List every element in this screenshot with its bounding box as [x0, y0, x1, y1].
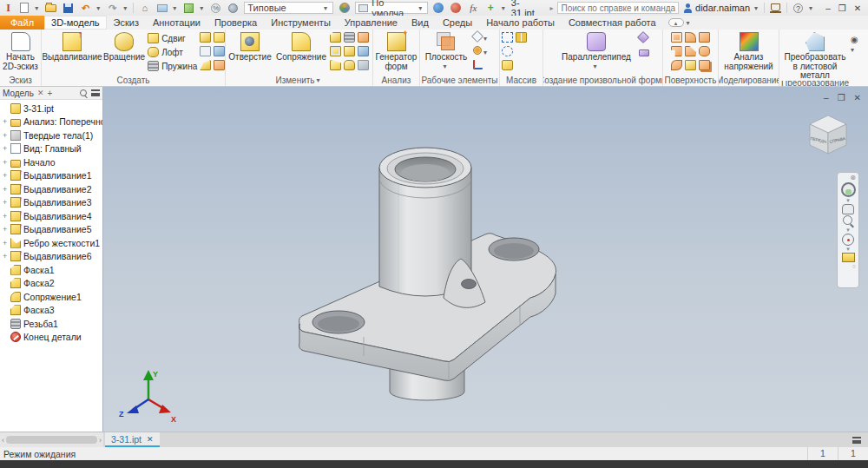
navbar-close-icon[interactable]: ⊗ — [850, 175, 856, 181]
scroll-right-icon[interactable]: › — [99, 436, 102, 445]
adjust-icon[interactable] — [432, 3, 445, 14]
expander-icon[interactable] — [3, 198, 10, 207]
shape-generator-button[interactable]: Генератор форм — [375, 31, 418, 71]
combine-icon[interactable] — [358, 32, 369, 43]
render-dropdown-icon[interactable] — [173, 4, 178, 12]
save-icon[interactable] — [62, 3, 75, 14]
tree-item-end-of-part[interactable]: Конец детали — [0, 331, 102, 345]
tree-item-extrusion5[interactable]: Выдавливание5 — [0, 223, 102, 237]
pan-icon[interactable] — [842, 204, 854, 214]
work-plane-button[interactable]: Плоскость — [422, 31, 470, 71]
browser-add-tab-icon[interactable]: + — [47, 89, 52, 98]
new-file-dropdown-icon[interactable] — [35, 4, 40, 12]
split-icon[interactable] — [344, 60, 355, 70]
expander-icon[interactable] — [3, 171, 10, 180]
thicken-icon[interactable] — [358, 46, 369, 56]
tree-item-rib1[interactable]: Ребро жесткости1 — [0, 236, 102, 250]
ribbon-display-options-icon[interactable]: ◉ — [851, 35, 861, 86]
tab-close-icon[interactable]: ✕ — [147, 435, 154, 444]
coil-button[interactable]: Пружина — [148, 59, 197, 73]
close-button[interactable]: ✕ — [854, 3, 861, 13]
tree-item-extrusion4[interactable]: Выдавливание4 — [0, 209, 102, 223]
minimize-button[interactable]: – — [825, 3, 831, 13]
material-dropdown[interactable]: Типовые — [244, 2, 333, 14]
rectangular-pattern-icon[interactable] — [502, 32, 513, 43]
3d-part-model[interactable] — [103, 87, 868, 432]
tree-item-fillet1[interactable]: Сопряжение1 — [0, 290, 102, 304]
material-browser-icon[interactable] — [227, 3, 240, 14]
trim-icon[interactable] — [671, 46, 682, 56]
tree-item-analysis[interactable]: Анализ: Поперечное сеч — [0, 115, 102, 129]
appearance-dropdown[interactable]: По умолча — [355, 2, 428, 14]
mirror-icon[interactable] — [516, 32, 527, 43]
patch-icon[interactable] — [685, 32, 696, 43]
new-file-icon[interactable] — [17, 3, 30, 14]
expander-icon[interactable] — [3, 144, 10, 153]
tab-file[interactable]: Файл — [0, 16, 44, 30]
tree-item-extrusion3[interactable]: Выдавливание3 — [0, 196, 102, 210]
convert-sheet-metal-button[interactable]: Преобразовать в листовой металл — [781, 31, 849, 81]
extend-icon[interactable] — [685, 46, 696, 56]
emboss-icon[interactable] — [200, 32, 211, 43]
surface-thicken-icon[interactable] — [685, 60, 696, 70]
tab-get-started[interactable]: Начало работы — [479, 16, 562, 30]
tree-item-chamfer1[interactable]: Фаска1 — [0, 263, 102, 277]
tree-item-origin[interactable]: Начало — [0, 155, 102, 169]
browser-horizontal-scrollbar[interactable]: ‹ › — [0, 432, 103, 447]
stress-analysis-button[interactable]: Анализ напряжений — [722, 31, 776, 71]
sketch-driven-pattern-icon[interactable] — [502, 60, 513, 70]
work-point-icon[interactable] — [473, 46, 482, 55]
ribbon-collapse-button[interactable]: ▴ — [668, 16, 693, 30]
move-face-icon[interactable] — [344, 46, 355, 56]
ucs-icon[interactable] — [473, 60, 483, 69]
chamfer-icon[interactable] — [330, 32, 341, 43]
tab-environments[interactable]: Среды — [436, 16, 479, 30]
scrollbar-thumb[interactable] — [6, 436, 97, 444]
orbit-icon[interactable] — [842, 234, 854, 246]
modify-panel-dropdown-icon[interactable] — [317, 76, 323, 86]
stitch-icon[interactable] — [671, 32, 682, 43]
freeform-convert-icon[interactable] — [639, 49, 649, 56]
appearance-sphere-icon[interactable] — [338, 3, 351, 14]
help-icon[interactable]: ? — [792, 3, 805, 14]
tab-tools[interactable]: Инструменты — [264, 16, 338, 30]
fillet-button[interactable]: Сопряжение — [275, 31, 327, 63]
replace-face-icon[interactable] — [699, 60, 710, 70]
tab-annotate[interactable]: Аннотации — [146, 16, 207, 30]
extrude-button[interactable]: Выдавливание — [43, 31, 101, 63]
user-dropdown-icon[interactable] — [754, 4, 760, 12]
decal-icon[interactable] — [200, 46, 211, 56]
rib-icon[interactable] — [214, 60, 225, 70]
navbar-options-icon[interactable]: ○ — [852, 263, 856, 269]
expander-icon[interactable] — [3, 212, 10, 221]
local-update-icon[interactable] — [182, 3, 195, 14]
home-view-icon[interactable]: ⌂ — [138, 3, 151, 14]
tree-item-extrusion6[interactable]: Выдавливание6 — [0, 250, 102, 264]
thread-icon[interactable] — [344, 32, 355, 43]
expander-icon[interactable] — [3, 131, 10, 140]
tab-view[interactable]: Вид — [404, 16, 436, 30]
browser-tab-model[interactable]: Модель — [3, 89, 34, 98]
browser-menu-icon[interactable] — [91, 89, 100, 96]
browser-search-icon[interactable] — [80, 89, 88, 97]
look-at-icon[interactable] — [842, 253, 855, 262]
measure-icon[interactable]: % — [209, 3, 222, 14]
tree-item-extrusion2[interactable]: Выдавливание2 — [0, 182, 102, 196]
point-dropdown-icon[interactable] — [483, 46, 490, 59]
expander-icon[interactable] — [3, 158, 10, 167]
redo-icon[interactable]: ↷ — [106, 3, 119, 14]
ribbon-collapse-dropdown-icon[interactable] — [687, 19, 693, 27]
clear-appearance-icon[interactable] — [450, 3, 463, 14]
viewport-3d[interactable]: – ❐ ✕ ПЕРЕДН. СПРАВА ⊗ ▾ ▾ ▾ ○ — [103, 87, 868, 432]
render-icon[interactable] — [155, 3, 168, 14]
sculpt-icon[interactable] — [699, 32, 710, 43]
search-input[interactable] — [557, 2, 679, 14]
circular-pattern-icon[interactable] — [502, 46, 513, 56]
work-axis-icon[interactable] — [471, 30, 483, 43]
undo-icon[interactable]: ↶ — [79, 3, 92, 14]
expander-icon[interactable] — [3, 225, 10, 234]
expander-icon[interactable] — [3, 239, 10, 247]
browser-close-icon[interactable]: ✕ — [37, 89, 44, 97]
doc-close-icon[interactable]: ✕ — [854, 93, 861, 102]
tab-inspect[interactable]: Проверка — [207, 16, 264, 30]
